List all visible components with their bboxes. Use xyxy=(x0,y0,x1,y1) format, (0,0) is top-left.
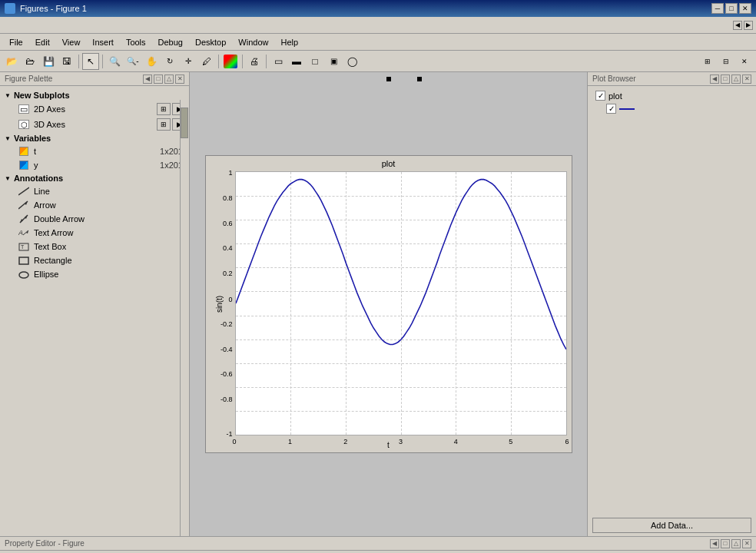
sep4 xyxy=(242,55,243,68)
menu-help[interactable]: Help xyxy=(274,36,304,48)
palette-pin-btn[interactable]: ◀ xyxy=(143,75,152,84)
section-new-subplots[interactable]: ▼ New Subplots xyxy=(0,89,189,101)
palette-scrollbar[interactable] xyxy=(180,100,189,536)
prop-pin-btn[interactable]: ◀ xyxy=(710,539,719,548)
save-as-btn[interactable]: 🖫 xyxy=(58,53,75,70)
close-toolbar-btn[interactable]: ✕ xyxy=(736,53,753,70)
menu-debug[interactable]: Debug xyxy=(152,36,189,48)
arrow-icon xyxy=(18,200,29,210)
annotation-text-arrow[interactable]: A Text Arrow xyxy=(0,226,189,240)
plot-inner: 1 0.8 0.6 0.4 0.2 0 -0.2 -0.4 -0.6 -0.8 … xyxy=(235,171,567,435)
line-label: Line xyxy=(34,187,50,196)
undock-btn[interactable]: ⊟ xyxy=(718,53,734,70)
item-2d-axes[interactable]: ▭ 2D Axes ⊞ ▶ xyxy=(0,101,189,117)
item-3d-axes[interactable]: ⬡ 3D Axes ⊞ ▶ xyxy=(0,117,189,132)
menu-insert[interactable]: Insert xyxy=(86,36,120,48)
save-btn[interactable]: 💾 xyxy=(40,53,57,70)
figure-palette-controls: ◀ □ △ ✕ xyxy=(143,75,184,84)
dock-btn[interactable]: ⊞ xyxy=(699,53,716,70)
menu-edit[interactable]: Edit xyxy=(29,36,56,48)
annotation-line[interactable]: Line xyxy=(0,184,189,198)
section-variables[interactable]: ▼ Variables xyxy=(0,132,189,144)
annotations-label: Annotations xyxy=(14,174,63,183)
annotation-text-box[interactable]: T Text Box xyxy=(0,240,189,253)
var-t-icon xyxy=(18,146,29,157)
browser-line-item[interactable]: ✓ xyxy=(591,102,753,115)
zoom-out-btn[interactable]: 🔍- xyxy=(124,53,141,70)
select-arrow-btn[interactable]: ↖ xyxy=(82,53,99,70)
circle-btn[interactable]: ◯ xyxy=(343,53,360,70)
menu-file[interactable]: File xyxy=(3,36,29,48)
browser-max-btn[interactable]: △ xyxy=(731,75,741,84)
annotation-arrow[interactable]: Arrow xyxy=(0,198,189,212)
xtick-2: 2 xyxy=(343,438,347,445)
browser-plot-item[interactable]: ✓ plot xyxy=(591,89,753,102)
browser-spacer xyxy=(588,118,756,515)
menu-view[interactable]: View xyxy=(56,36,87,48)
double-arrow-icon xyxy=(18,214,29,224)
rect2-btn[interactable]: ▬ xyxy=(288,53,305,70)
outer-tab-bar: ◀ ▶ xyxy=(0,17,756,34)
rect3-btn[interactable]: ▣ xyxy=(325,53,342,70)
color-picker-btn[interactable] xyxy=(222,53,239,70)
svg-point-12 xyxy=(19,272,28,278)
maximize-button[interactable]: □ xyxy=(725,3,738,14)
add-data-button[interactable]: Add Data... xyxy=(592,518,751,533)
var-t-name: t xyxy=(34,147,140,156)
prop-undock-btn[interactable]: □ xyxy=(721,539,730,548)
new-subplots-label: New Subplots xyxy=(14,91,70,100)
ytick-06: 0.6 xyxy=(208,220,233,227)
rectangle-icon xyxy=(18,255,29,266)
palette-max-btn[interactable]: △ xyxy=(164,75,174,84)
plot-container: plot sin(t) 1 0.8 0.6 0.4 0.2 0 -0.2 -0.… xyxy=(205,155,572,453)
figure-palette-title: Figure Palette ◀ □ △ ✕ xyxy=(0,72,189,86)
palette-undock-btn[interactable]: □ xyxy=(154,75,163,84)
data-cursor-btn[interactable]: ✛ xyxy=(180,53,197,70)
prop-close-btn[interactable]: ✕ xyxy=(742,539,751,548)
rotate-btn[interactable]: ↻ xyxy=(161,53,178,70)
section-annotations[interactable]: ▼ Annotations xyxy=(0,172,189,184)
open-file-btn[interactable]: 🗁 xyxy=(22,53,38,70)
close-button[interactable]: ✕ xyxy=(739,3,751,14)
minimize-button[interactable]: ─ xyxy=(711,3,724,14)
browser-pin-btn[interactable]: ◀ xyxy=(710,75,719,84)
property-editor: Property Editor - Figure ◀ □ △ ✕ Figure … xyxy=(0,536,756,553)
annotation-rectangle[interactable]: Rectangle xyxy=(0,253,189,267)
rectangle-label: Rectangle xyxy=(34,256,72,265)
square-btn[interactable]: □ xyxy=(307,53,323,70)
sine-curve-svg xyxy=(236,172,566,435)
handle-tr[interactable] xyxy=(417,77,422,81)
line-check-mark: ✓ xyxy=(608,104,615,113)
var-y-row[interactable]: y 1x201 xyxy=(0,158,189,172)
handle-tc[interactable] xyxy=(386,77,391,81)
pan-btn[interactable]: ✋ xyxy=(143,53,160,70)
rect1-btn[interactable]: ▭ xyxy=(270,53,287,70)
2d-axes-grid-btn[interactable]: ⊞ xyxy=(157,103,171,115)
var-t-row[interactable]: t 1x201 xyxy=(0,144,189,158)
line-preview xyxy=(619,108,635,110)
3d-axes-grid-btn[interactable]: ⊞ xyxy=(157,118,171,131)
svg-rect-11 xyxy=(19,257,28,264)
palette-scrollbar-thumb[interactable] xyxy=(181,108,188,138)
menu-tools[interactable]: Tools xyxy=(120,36,152,48)
prop-max-btn[interactable]: △ xyxy=(731,539,741,548)
annotation-ellipse[interactable]: Ellipse xyxy=(0,267,189,281)
print-btn[interactable]: 🖨 xyxy=(246,53,263,70)
browser-close-btn[interactable]: ✕ xyxy=(742,75,751,84)
browser-undock-btn[interactable]: □ xyxy=(721,75,730,84)
zoom-in-btn[interactable]: 🔍 xyxy=(106,53,123,70)
palette-close-btn[interactable]: ✕ xyxy=(175,75,184,84)
secondary-left-btn[interactable]: ◀ xyxy=(733,21,742,30)
line-checkbox[interactable]: ✓ xyxy=(606,104,616,114)
ytick-m08: -0.8 xyxy=(208,396,233,403)
menu-desktop[interactable]: Desktop xyxy=(189,36,232,48)
brush-btn[interactable]: 🖊 xyxy=(198,53,215,70)
open-btn[interactable]: 📂 xyxy=(3,53,20,70)
annotation-double-arrow[interactable]: Double Arrow xyxy=(0,212,189,226)
plot-checkbox[interactable]: ✓ xyxy=(595,91,605,101)
secondary-right-btn[interactable]: ▶ xyxy=(744,21,753,30)
text-arrow-label: Text Arrow xyxy=(34,228,73,237)
ytick-m06: -0.6 xyxy=(208,370,233,378)
svg-text:A: A xyxy=(18,229,23,237)
menu-window[interactable]: Window xyxy=(232,36,274,48)
